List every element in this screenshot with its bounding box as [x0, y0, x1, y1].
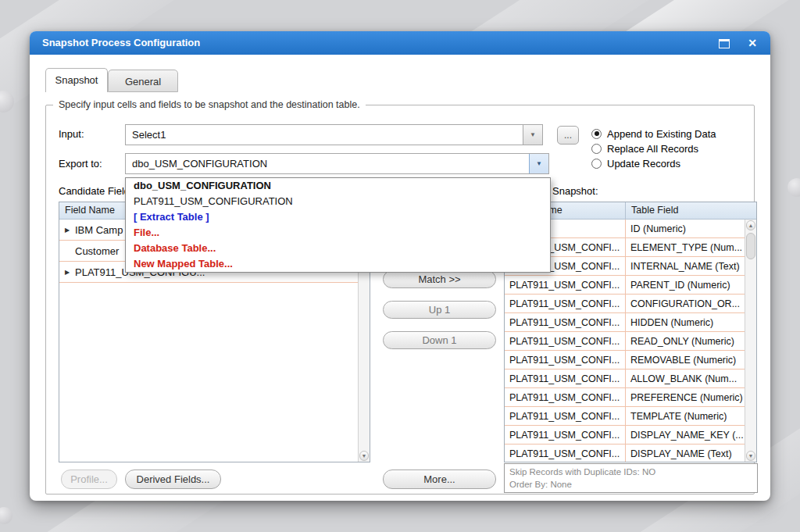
snapshot-options-summary: Skip Records with Duplicate IDs: NO Orde… — [504, 463, 758, 493]
derived-fields-button[interactable]: Derived Fields... — [125, 470, 221, 489]
table-name-cell: PLAT911_USM_CONFI... — [505, 276, 626, 294]
table-field-cell: HIDDEN (Numeric) — [626, 317, 713, 328]
table-field-cell: TEMPLATE (Numeric) — [626, 411, 727, 422]
skip-duplicates-text: Skip Records with Duplicate IDs: NO — [509, 466, 752, 478]
table-name-cell: PLAT911_USM_CONFI... — [505, 407, 626, 425]
close-icon[interactable]: ✕ — [748, 31, 757, 55]
radio-replace-all-records[interactable]: Replace All Records — [591, 142, 698, 155]
up-1-button[interactable]: Up 1 — [383, 301, 496, 319]
table-field-cell: PARENT_ID (Numeric) — [626, 280, 730, 291]
dropdown-item-extract-table[interactable]: [ Extract Table ] — [126, 209, 550, 225]
radio-update-records[interactable]: Update Records — [591, 157, 680, 170]
table-field-cell: ALLOW_BLANK (Num... — [626, 373, 737, 384]
decor-circle — [788, 178, 800, 197]
snapshot-process-configuration-dialog: Snapshot Process Configuration ✕ Snapsho… — [30, 31, 770, 501]
input-combobox[interactable]: Select1 ▼ — [125, 124, 543, 145]
chevron-down-icon[interactable]: ▼ — [529, 154, 548, 173]
radio-label: Update Records — [607, 158, 680, 170]
input-combobox-value: Select1 — [126, 125, 523, 145]
radio-icon — [591, 129, 602, 139]
export-to-combobox-value: dbo_USM_CONFIGURATION — [126, 154, 529, 173]
scroll-down-icon[interactable]: ▼ — [359, 451, 369, 461]
more-button[interactable]: More... — [383, 470, 496, 489]
table-field-cell: PREFERENCE (Numeric) — [626, 392, 743, 403]
table-field-cell: ELEMENT_TYPE (Num... — [626, 242, 742, 253]
candidate-row-label: IBM Camp — [75, 224, 123, 236]
table-row[interactable]: PLAT911_USM_CONFI...CONFIGURATION_OR... — [505, 295, 745, 313]
scroll-down-icon[interactable]: ▼ — [746, 451, 755, 461]
table-name-cell: PLAT911_USM_CONFI... — [505, 426, 626, 444]
candidate-row-label: Customer — [75, 245, 119, 257]
table-row[interactable]: PLAT911_USM_CONFI...PARENT_ID (Numeric) — [505, 276, 745, 295]
groupbox-legend: Specify input cells and fields to be sna… — [53, 98, 366, 111]
desktop-background: Snapshot Process Configuration ✕ Snapsho… — [0, 0, 800, 532]
profile-button[interactable]: Profile... — [61, 470, 117, 489]
dropdown-item-dbo-usm-configuration[interactable]: dbo_USM_CONFIGURATION — [126, 178, 550, 194]
down-1-button[interactable]: Down 1 — [383, 331, 496, 349]
input-label: Input: — [59, 128, 84, 140]
export-to-dropdown-list: dbo_USM_CONFIGURATION PLAT911_USM_CONFIG… — [125, 177, 551, 273]
dropdown-item-database-table[interactable]: Database Table... — [126, 241, 550, 256]
table-row[interactable]: PLAT911_USM_CONFI...DISPLAY_NAME_KEY (..… — [505, 426, 745, 445]
table-name-cell: PLAT911_USM_CONFI... — [505, 370, 626, 387]
table-row[interactable]: PLAT911_USM_CONFI...REMOVABLE (Numeric) — [505, 351, 745, 370]
table-row[interactable]: PLAT911_USM_CONFI...DISPLAY_NAME (Text) — [505, 445, 745, 462]
radio-append-to-existing-data[interactable]: Append to Existing Data — [591, 127, 716, 140]
snapshot-label: Snapshot: — [552, 185, 598, 197]
table-row[interactable]: PLAT911_USM_CONFI...ALLOW_BLANK (Num... — [505, 370, 745, 388]
radio-label: Append to Existing Data — [607, 128, 716, 140]
table-row[interactable]: PLAT911_USM_CONFI...HIDDEN (Numeric) — [505, 313, 745, 332]
table-name-cell: PLAT911_USM_CONFI... — [505, 313, 626, 331]
table-name-cell: PLAT911_USM_CONFI... — [505, 332, 626, 350]
order-by-text: Order By: None — [509, 478, 752, 491]
export-to-combobox[interactable]: dbo_USM_CONFIGURATION ▼ — [125, 153, 549, 174]
match-button[interactable]: Match >> — [383, 270, 496, 288]
maximize-icon[interactable] — [719, 39, 730, 48]
table-name-cell: PLAT911_USM_CONFI... — [505, 388, 626, 406]
tab-snapshot[interactable]: Snapshot — [45, 68, 108, 92]
table-field-cell: REMOVABLE (Numeric) — [626, 355, 736, 366]
table-name-cell: PLAT911_USM_CONFI... — [505, 445, 626, 462]
table-name-cell: PLAT911_USM_CONFI... — [505, 351, 626, 369]
dropdown-item-plat911-usm-configuration[interactable]: PLAT911_USM_CONFIGURATION — [126, 194, 550, 209]
table-field-column-header: Table Field — [626, 202, 756, 219]
table-field-cell: DISPLAY_NAME (Text) — [626, 448, 732, 459]
chevron-down-icon[interactable]: ▼ — [523, 125, 542, 145]
table-field-cell: ID (Numeric) — [626, 223, 686, 234]
radio-label: Replace All Records — [607, 143, 698, 155]
radio-icon — [591, 144, 602, 154]
dialog-title: Snapshot Process Configuration — [42, 31, 200, 55]
scroll-up-icon[interactable]: ▲ — [746, 220, 755, 230]
dialog-titlebar[interactable]: Snapshot Process Configuration ✕ — [30, 31, 770, 55]
expander-icon[interactable]: ▶ — [65, 269, 75, 276]
dropdown-item-file[interactable]: File... — [126, 225, 550, 241]
table-field-cell: CONFIGURATION_OR... — [626, 298, 740, 309]
tab-general[interactable]: General — [108, 70, 178, 92]
table-row[interactable]: PLAT911_USM_CONFI...READ_ONLY (Numeric) — [505, 332, 745, 351]
decor-circle — [0, 507, 12, 524]
expander-icon[interactable]: ▶ — [65, 227, 75, 234]
snapshot-table-scrollbar[interactable]: ▲ ▼ — [745, 220, 756, 462]
export-to-label: Export to: — [59, 158, 102, 170]
table-name-cell: PLAT911_USM_CONFI... — [505, 295, 626, 312]
table-field-cell: DISPLAY_NAME_KEY (... — [626, 430, 744, 441]
table-row[interactable]: PLAT911_USM_CONFI...TEMPLATE (Numeric) — [505, 407, 745, 426]
input-browse-button[interactable]: ... — [557, 126, 579, 145]
table-field-cell: INTERNAL_NAME (Text) — [626, 261, 740, 272]
table-field-cell: READ_ONLY (Numeric) — [626, 336, 734, 347]
table-row[interactable]: PLAT911_USM_CONFI...PREFERENCE (Numeric) — [505, 388, 745, 407]
radio-icon — [591, 159, 602, 169]
dropdown-item-new-mapped-table[interactable]: New Mapped Table... — [126, 256, 550, 272]
scrollbar-thumb[interactable] — [746, 233, 755, 259]
